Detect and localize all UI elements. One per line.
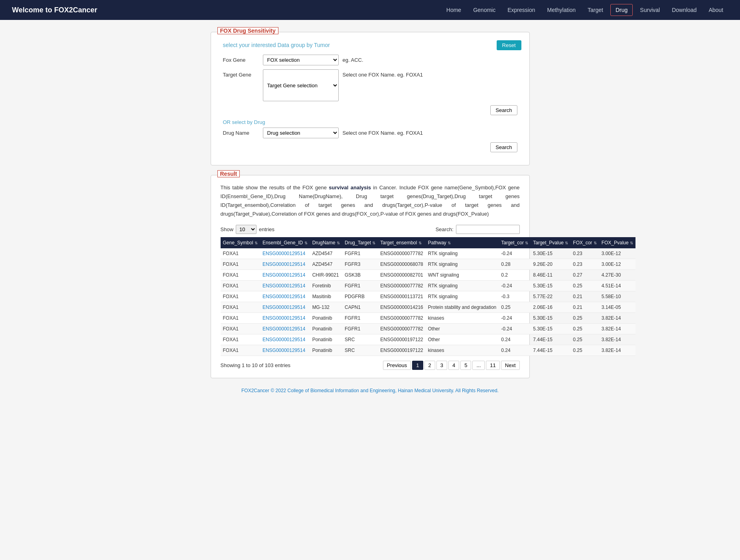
nav-genomic[interactable]: Genomic	[468, 4, 500, 16]
col-target-pvalue[interactable]: Target_Pvalue ⇅	[531, 237, 570, 248]
page-5[interactable]: 5	[460, 361, 471, 370]
cell-ensembl-id[interactable]: ENSG00000129514	[260, 281, 310, 291]
cell-ensembl-id[interactable]: ENSG00000129514	[260, 345, 310, 356]
nav-download[interactable]: Download	[667, 4, 701, 16]
nav-expression[interactable]: Expression	[503, 4, 540, 16]
cell-gene-symbol: FOXA1	[221, 313, 260, 324]
cell-target-ensembol: ENSG00000068078	[378, 259, 425, 270]
col-drugname[interactable]: DrugName ⇅	[310, 237, 342, 248]
cell-target-cor: 0.2	[499, 270, 531, 281]
page-2[interactable]: 2	[424, 361, 435, 370]
cell-fox-pvalue: 3.14E-05	[599, 302, 635, 313]
cell-gene-symbol: FOXA1	[221, 345, 260, 356]
cell-ensembl-id[interactable]: ENSG00000129514	[260, 248, 310, 259]
nav-survival[interactable]: Survival	[635, 4, 665, 16]
col-ensembl-id[interactable]: Ensembl_Gene_ID ⇅	[260, 237, 310, 248]
footer: FOX2Cancer © 2022 College of Biomedical …	[211, 388, 530, 393]
fox-gene-select[interactable]: FOX selection	[263, 55, 339, 65]
footer-link[interactable]: FOX2Cancer © 2022 College of Biomedical …	[241, 388, 499, 393]
cell-gene-symbol: FOXA1	[221, 259, 260, 270]
cell-ensembl-id[interactable]: ENSG00000129514	[260, 324, 310, 334]
page-1[interactable]: 1	[412, 361, 423, 370]
cell-fox-pvalue: 3.82E-14	[599, 334, 635, 345]
search-button-2[interactable]: Search	[490, 142, 517, 152]
cell-fox-cor: 0.27	[570, 270, 599, 281]
table-row: FOXA1 ENSG00000129514 AZD4547 FGFR1 ENSG…	[221, 248, 636, 259]
col-pathway[interactable]: Pathway ⇅	[426, 237, 499, 248]
search-button-1[interactable]: Search	[490, 105, 517, 115]
cell-target-ensembol: ENSG00000113721	[378, 291, 425, 302]
col-fox-cor[interactable]: FOX_cor ⇅	[570, 237, 599, 248]
nav-home[interactable]: Home	[442, 4, 466, 16]
fox-gene-hint: eg. ACC.	[343, 55, 363, 63]
reset-button[interactable]: Reset	[497, 40, 521, 50]
cell-target-ensembol: ENSG00000077782	[378, 324, 425, 334]
cell-drug-target: SRC	[342, 334, 378, 345]
col-gene-symbol[interactable]: Gene_Symbol ⇅	[221, 237, 260, 248]
page-11[interactable]: 11	[486, 361, 499, 370]
table-row: FOXA1 ENSG00000129514 Ponatinib SRC ENSG…	[221, 334, 636, 345]
cell-target-cor: 0.24	[499, 345, 531, 356]
cell-target-pvalue: 5.30E-15	[531, 313, 570, 324]
nav-target[interactable]: Target	[583, 4, 608, 16]
page-ellipsis: ...	[472, 361, 485, 370]
nav-about[interactable]: About	[704, 4, 728, 16]
cell-ensembl-id[interactable]: ENSG00000129514	[260, 334, 310, 345]
cell-target-cor: -0.24	[499, 248, 531, 259]
cell-ensembl-id[interactable]: ENSG00000129514	[260, 302, 310, 313]
cell-target-ensembol: ENSG00000197122	[378, 345, 425, 356]
cell-ensembl-id[interactable]: ENSG00000129514	[260, 313, 310, 324]
fox-gene-label: Fox Gene	[223, 55, 263, 63]
cell-pathway: RTK signaling	[426, 259, 499, 270]
cell-drug-target: PDGFRB	[342, 291, 378, 302]
cell-target-cor: -0.24	[499, 313, 531, 324]
cell-drugname: Masitinib	[310, 291, 342, 302]
page-prev[interactable]: Previous	[383, 361, 411, 370]
page-3[interactable]: 3	[436, 361, 447, 370]
table-row: FOXA1 ENSG00000129514 Foretinib FGFR1 EN…	[221, 281, 636, 291]
drug-name-hint: Select one FOX Name. eg. FOXA1	[343, 128, 423, 136]
target-gene-select[interactable]: Target Gene selection	[263, 69, 339, 101]
cell-drug-target: CAPN1	[342, 302, 378, 313]
cell-pathway: Protein stability and degradation	[426, 302, 499, 313]
cell-drug-target: GSK3B	[342, 270, 378, 281]
cell-drug-target: FGFR1	[342, 313, 378, 324]
cell-pathway: kinases	[426, 345, 499, 356]
col-target-cor[interactable]: Target_cor ⇅	[499, 237, 531, 248]
table-search-input[interactable]	[456, 225, 520, 234]
page-next[interactable]: Next	[501, 361, 520, 370]
desc-highlight: survival analysis	[329, 185, 371, 191]
cell-ensembl-id[interactable]: ENSG00000129514	[260, 270, 310, 281]
page-4[interactable]: 4	[448, 361, 459, 370]
cell-pathway: RTK signaling	[426, 281, 499, 291]
table-header-row: Gene_Symbol ⇅ Ensembl_Gene_ID ⇅ DrugName…	[221, 237, 636, 248]
drug-name-controls: Drug selection Select one FOX Name. eg. …	[263, 128, 517, 138]
col-drug-target[interactable]: Drug_Target ⇅	[342, 237, 378, 248]
cell-ensembl-id[interactable]: ENSG00000129514	[260, 259, 310, 270]
col-target-ensembol[interactable]: Target_ensembol ⇅	[378, 237, 425, 248]
drug-name-select[interactable]: Drug selection	[263, 128, 339, 138]
cell-target-ensembol: ENSG00000014216	[378, 302, 425, 313]
search-row-1: Search	[223, 105, 517, 115]
nav-methylation[interactable]: Methylation	[542, 4, 580, 16]
cell-fox-cor: 0.25	[570, 313, 599, 324]
result-panel: Result This table show the results of th…	[211, 175, 530, 378]
data-table: Gene_Symbol ⇅ Ensembl_Gene_ID ⇅ DrugName…	[221, 237, 636, 356]
table-row: FOXA1 ENSG00000129514 CHIR-99021 GSK3B E…	[221, 270, 636, 281]
col-fox-pvalue[interactable]: FOX_Pvalue ⇅	[599, 237, 635, 248]
cell-target-pvalue: 2.06E-16	[531, 302, 570, 313]
panel-title: FOX Drug Sensitivity	[217, 27, 278, 34]
cell-pathway: Other	[426, 324, 499, 334]
cell-ensembl-id[interactable]: ENSG00000129514	[260, 291, 310, 302]
nav-drug[interactable]: Drug	[610, 4, 633, 16]
entries-select[interactable]: 10 25 50 100	[236, 225, 257, 234]
cell-target-ensembol: ENSG00000077782	[378, 281, 425, 291]
target-gene-label: Target Gene	[223, 69, 263, 78]
cell-drugname: MG-132	[310, 302, 342, 313]
cell-target-ensembol: ENSG00000197122	[378, 334, 425, 345]
drug-name-label: Drug Name	[223, 128, 263, 136]
cell-target-pvalue: 7.44E-15	[531, 334, 570, 345]
table-body: FOXA1 ENSG00000129514 AZD4547 FGFR1 ENSG…	[221, 248, 636, 356]
desc-part-1: This table show the results of the FOX g…	[221, 185, 329, 191]
cell-drugname: CHIR-99021	[310, 270, 342, 281]
